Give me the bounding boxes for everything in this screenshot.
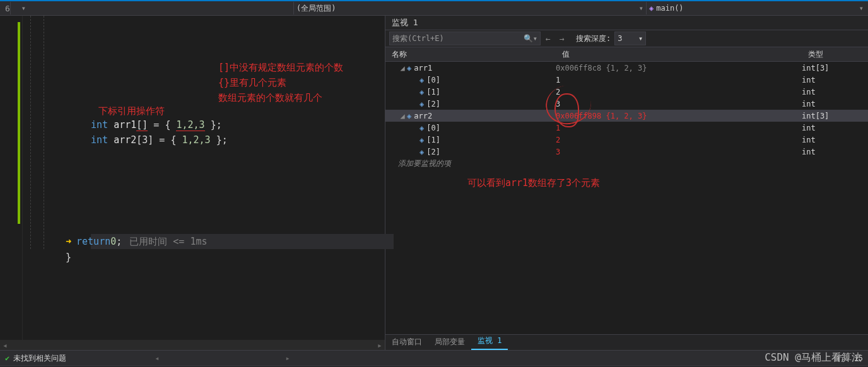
search-icon: 🔍▾ <box>524 34 537 43</box>
execution-arrow-icon: ➜ <box>66 235 71 248</box>
watch-value: 3 <box>556 148 802 156</box>
cube-icon: ◈ <box>649 4 654 13</box>
code-line-arr2: int arr2[3] = { 1,2,3 }; <box>91 133 228 147</box>
closing-brace: } <box>66 250 71 264</box>
scroll-right-icon[interactable]: ▸ <box>285 354 290 363</box>
function-dropdown[interactable]: ◈ main() ▾ <box>646 2 866 15</box>
scope-dropdown[interactable]: (全局范围) ▾ <box>293 2 646 15</box>
watch-value: 1 <box>556 76 802 84</box>
watch-value: 3 <box>556 100 802 108</box>
watch-rows: ◢◈arr10x006ff8c8 {1, 2, 3}int[3]◈[0]1int… <box>385 62 868 158</box>
watch-name: [1] <box>426 88 440 96</box>
annotation-subscript: 下标引用操作符 <box>98 104 165 118</box>
cube-icon: ◈ <box>419 124 424 132</box>
function-label: main() <box>656 4 683 13</box>
col-type[interactable]: 类型 <box>808 49 868 60</box>
watch-tabs: 自动窗口 局部变量 监视 1 <box>385 334 868 350</box>
current-execution-line: ➜ return 0; 已用时间 <= 1ms <box>91 234 394 249</box>
cube-icon: ◈ <box>419 88 424 96</box>
cube-icon: ◈ <box>407 64 411 73</box>
watch-type: int <box>802 136 868 144</box>
chevron-down-icon: ▾ <box>638 34 643 43</box>
watch-annotation: 可以看到arr1数组存了3个元素 <box>385 170 868 189</box>
watch-row[interactable]: ◈[2]3int <box>385 98 868 110</box>
line-number-6: 6 <box>5 4 10 13</box>
cube-icon: ◈ <box>419 76 424 84</box>
search-placeholder: 搜索(Ctrl+E) <box>392 33 444 44</box>
watch-name: [0] <box>426 124 440 132</box>
search-depth-label: 搜索深度: <box>576 33 611 44</box>
watch-row[interactable]: ◢◈arr10x006ff8c8 {1, 2, 3}int[3] <box>385 62 868 74</box>
main-content: 下标引用操作符 []中没有规定数组元素的个数 {}里有几个元素 数组元素的个数就… <box>0 16 868 350</box>
scope-label: (全局范围) <box>296 3 336 14</box>
watch-value: 2 <box>556 88 802 96</box>
watch-row[interactable]: ◈[0]1int <box>385 74 868 86</box>
cube-icon: ◈ <box>419 136 424 144</box>
watch-columns-header: 名称 值 类型 <box>385 47 868 62</box>
watch-row[interactable]: ◈[2]3int <box>385 146 868 158</box>
scroll-left-icon[interactable]: ◂ <box>0 341 10 350</box>
watch-type: int <box>802 100 868 108</box>
top-toolbar: 6 ▾ (全局范围) ▾ ◈ main() ▾ <box>0 0 868 16</box>
tab-locals[interactable]: 局部变量 <box>428 334 471 350</box>
check-icon: ✔ <box>5 354 9 363</box>
editor-pane: 下标引用操作符 []中没有规定数组元素的个数 {}里有几个元素 数组元素的个数就… <box>0 16 385 350</box>
watch-toolbar: 搜索(Ctrl+E) 🔍▾ ← → 搜索深度: 3 ▾ <box>385 30 868 47</box>
watch-name: [2] <box>426 100 440 108</box>
watch-name: arr2 <box>414 112 432 120</box>
watch-type: int <box>802 148 868 156</box>
watch-title: 监视 1 <box>385 16 868 30</box>
watch-type: int <box>802 88 868 96</box>
watch-type: int[3] <box>802 112 868 120</box>
expand-icon[interactable]: ◢ <box>398 64 407 73</box>
col-value[interactable]: 值 <box>562 49 808 60</box>
line-info: 行: 15 <box>837 353 863 364</box>
annotation-array-size: []中没有规定数组元素的个数 {}里有几个元素 数组元素的个数就有几个 <box>218 60 343 105</box>
watch-row[interactable]: ◢◈arr20x006ff898 {1, 2, 3}int[3] <box>385 110 868 122</box>
scope-dropdown-empty[interactable]: ▾ <box>10 2 28 15</box>
watch-value: 1 <box>556 124 802 132</box>
watch-name: [2] <box>426 148 440 156</box>
cube-icon: ◈ <box>407 112 411 120</box>
watch-type: int[3] <box>802 64 868 73</box>
scroll-right-icon[interactable]: ▸ <box>375 341 385 350</box>
watch-row[interactable]: ◈[0]1int <box>385 122 868 134</box>
col-name[interactable]: 名称 <box>385 49 562 60</box>
tab-auto[interactable]: 自动窗口 <box>385 334 428 350</box>
status-message: 未找到相关问题 <box>13 353 66 364</box>
watch-type: int <box>802 76 868 84</box>
cube-icon: ◈ <box>419 100 424 108</box>
watch-value: 0x006ff898 {1, 2, 3} <box>556 112 802 120</box>
watch-name: arr1 <box>414 64 432 73</box>
watch-row[interactable]: ◈[1]2int <box>385 134 868 146</box>
scroll-left-icon[interactable]: ◂ <box>155 354 159 363</box>
nav-back-button[interactable]: ← <box>542 32 554 45</box>
horizontal-scrollbar[interactable]: ◂ ▸ <box>0 340 385 350</box>
watch-panel: 监视 1 搜索(Ctrl+E) 🔍▾ ← → 搜索深度: 3 ▾ 名称 值 类型… <box>385 16 868 350</box>
watch-name: [0] <box>426 76 440 84</box>
search-depth-dropdown[interactable]: 3 ▾ <box>614 32 646 45</box>
cube-icon: ◈ <box>419 148 424 156</box>
code-area: 下标引用操作符 []中没有规定数组元素的个数 {}里有几个元素 数组元素的个数就… <box>23 16 385 340</box>
chevron-down-icon: ▾ <box>21 4 26 13</box>
status-bar: ✔ 未找到相关问题 ◂ ▸ 行: 15 <box>0 350 868 366</box>
watch-value: 0x006ff8c8 {1, 2, 3} <box>556 64 802 73</box>
add-watch-item[interactable]: 添加要监视的项 <box>385 158 868 170</box>
expand-icon[interactable]: ◢ <box>398 112 407 120</box>
watch-type: int <box>802 124 868 132</box>
timing-hint: 已用时间 <= 1ms <box>129 235 207 248</box>
watch-value: 2 <box>556 136 802 144</box>
watch-name: [1] <box>426 136 440 144</box>
editor-gutter <box>0 16 23 340</box>
code-line-arr1: int arr1[] = { 1,2,3 }; <box>91 118 222 132</box>
chevron-down-icon: ▾ <box>859 4 864 13</box>
nav-forward-button[interactable]: → <box>556 32 568 45</box>
watch-search-input[interactable]: 搜索(Ctrl+E) 🔍▾ <box>389 32 541 45</box>
code-editor[interactable]: 下标引用操作符 []中没有规定数组元素的个数 {}里有几个元素 数组元素的个数就… <box>0 16 385 340</box>
tab-watch1[interactable]: 监视 1 <box>471 333 508 350</box>
watch-row[interactable]: ◈[1]2int <box>385 86 868 98</box>
chevron-down-icon: ▾ <box>639 4 643 13</box>
